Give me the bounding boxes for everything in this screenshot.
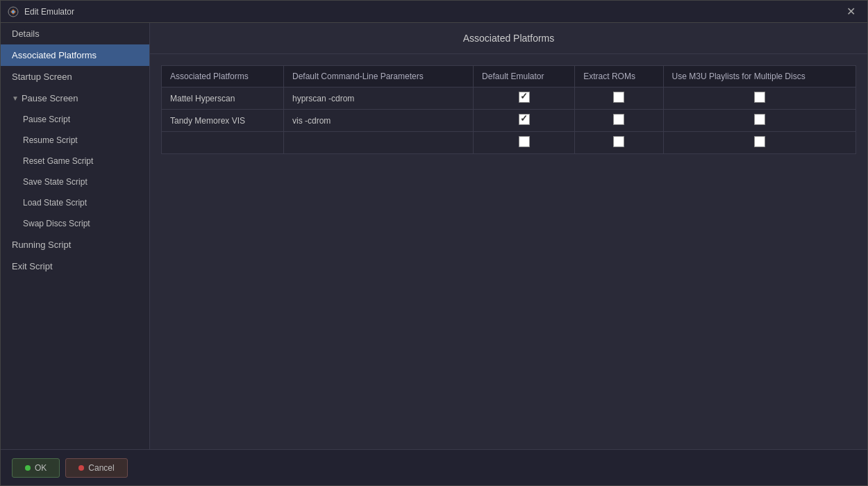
sidebar-item-running-script[interactable]: Running Script bbox=[1, 234, 149, 255]
close-button[interactable]: ✕ bbox=[841, 2, 860, 22]
dialog-body: Details Associated Platforms Startup Scr… bbox=[1, 23, 867, 449]
section-title: Associated Platforms bbox=[150, 23, 867, 54]
main-content: Associated Platforms Associated Platform… bbox=[150, 23, 867, 449]
chevron-icon: ▼ bbox=[12, 94, 19, 102]
default-emulator-checkbox[interactable] bbox=[519, 92, 530, 103]
use-m3u-checkbox[interactable] bbox=[754, 92, 765, 103]
use-m3u-cell[interactable] bbox=[663, 132, 856, 154]
table-container: Associated Platforms Default Command-Lin… bbox=[150, 54, 867, 449]
cmd-params: hyprscan -cdrom bbox=[283, 87, 473, 110]
default-emulator-cell[interactable] bbox=[474, 87, 575, 110]
default-emulator-cell[interactable] bbox=[474, 110, 575, 132]
use-m3u-cell[interactable] bbox=[663, 110, 856, 132]
extract-roms-cell[interactable] bbox=[575, 132, 663, 154]
sidebar-item-exit-script[interactable]: Exit Script bbox=[1, 255, 149, 277]
ok-button[interactable]: OK bbox=[12, 458, 60, 478]
sidebar-item-resume-script[interactable]: Resume Script bbox=[1, 130, 149, 151]
use-m3u-checkbox[interactable] bbox=[754, 136, 765, 147]
use-m3u-cell[interactable] bbox=[663, 87, 856, 110]
cmd-params: vis -cdrom bbox=[283, 110, 473, 132]
col-header-default-emulator: Default Emulator bbox=[474, 66, 575, 87]
table-header-row: Associated Platforms Default Command-Lin… bbox=[162, 66, 856, 87]
extract-roms-cell[interactable] bbox=[575, 110, 663, 132]
sidebar-item-reset-game-script[interactable]: Reset Game Script bbox=[1, 151, 149, 171]
sidebar-item-pause-script[interactable]: Pause Script bbox=[1, 109, 149, 130]
svg-point-1 bbox=[12, 10, 15, 13]
platform-name: Mattel Hyperscan bbox=[162, 87, 284, 110]
sidebar: Details Associated Platforms Startup Scr… bbox=[1, 23, 150, 449]
platforms-table: Associated Platforms Default Command-Lin… bbox=[161, 65, 856, 154]
ok-label: OK bbox=[35, 463, 47, 473]
dialog-title: Edit Emulator bbox=[24, 7, 841, 17]
title-bar: Edit Emulator ✕ bbox=[1, 1, 867, 23]
sidebar-item-save-state-script[interactable]: Save State Script bbox=[1, 171, 149, 192]
cancel-button[interactable]: Cancel bbox=[65, 458, 127, 478]
sidebar-item-swap-discs-script[interactable]: Swap Discs Script bbox=[1, 213, 149, 234]
default-emulator-cell[interactable] bbox=[474, 132, 575, 154]
sidebar-item-load-state-script[interactable]: Load State Script bbox=[1, 192, 149, 213]
platform-name bbox=[162, 132, 284, 154]
cmd-params bbox=[283, 132, 473, 154]
extract-roms-cell[interactable] bbox=[575, 87, 663, 110]
cancel-icon bbox=[78, 465, 84, 471]
dialog-footer: OK Cancel bbox=[1, 449, 867, 485]
use-m3u-checkbox[interactable] bbox=[754, 114, 765, 125]
cancel-label: Cancel bbox=[88, 463, 114, 473]
edit-emulator-dialog: Edit Emulator ✕ Details Associated Platf… bbox=[0, 0, 868, 486]
sidebar-item-associated-platforms[interactable]: Associated Platforms bbox=[1, 44, 149, 66]
col-header-use-m3u: Use M3U Playlists for Multiple Discs bbox=[663, 66, 856, 87]
default-emulator-checkbox[interactable] bbox=[519, 114, 530, 125]
app-icon bbox=[8, 6, 19, 17]
platform-name: Tandy Memorex VIS bbox=[162, 110, 284, 132]
extract-roms-checkbox[interactable] bbox=[613, 114, 624, 125]
col-header-platform: Associated Platforms bbox=[162, 66, 284, 87]
extract-roms-checkbox[interactable] bbox=[613, 136, 624, 147]
ok-icon bbox=[25, 465, 31, 471]
table-row: Mattel Hyperscan hyprscan -cdrom bbox=[162, 87, 856, 110]
sidebar-item-details[interactable]: Details bbox=[1, 23, 149, 44]
table-row: Tandy Memorex VIS vis -cdrom bbox=[162, 110, 856, 132]
default-emulator-checkbox[interactable] bbox=[519, 136, 530, 147]
sidebar-item-startup-screen[interactable]: Startup Screen bbox=[1, 66, 149, 87]
col-header-cmd-params: Default Command-Line Parameters bbox=[283, 66, 473, 87]
col-header-extract-roms: Extract ROMs bbox=[575, 66, 663, 87]
extract-roms-checkbox[interactable] bbox=[613, 92, 624, 103]
table-row bbox=[162, 132, 856, 154]
sidebar-item-pause-screen[interactable]: ▼ Pause Screen bbox=[1, 87, 149, 109]
